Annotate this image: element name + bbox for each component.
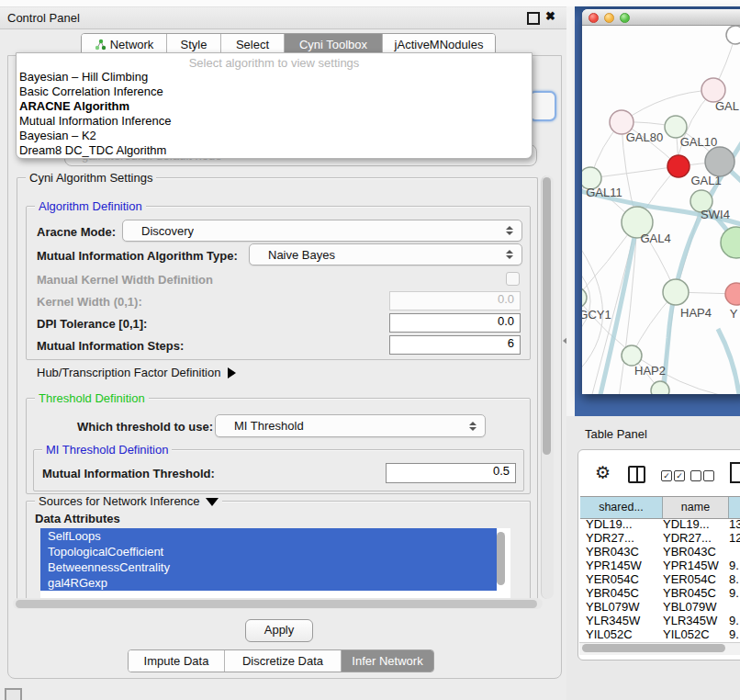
cell: YBR043C <box>580 545 663 559</box>
node-gal1[interactable] <box>667 155 690 177</box>
column-header-third[interactable]: A <box>729 497 740 518</box>
algorithm-option[interactable]: Basic Correlation Inference <box>17 85 532 99</box>
unchecked-box-icon[interactable] <box>690 470 701 481</box>
manual-kernel-checkbox[interactable] <box>506 272 520 286</box>
mac-minimize-icon[interactable] <box>604 13 614 23</box>
list-item[interactable]: SelfLoops <box>40 528 497 544</box>
gear-icon[interactable]: ⚙ <box>595 464 611 481</box>
columns-icon[interactable] <box>628 466 645 483</box>
table-row[interactable]: YDL19...YDL19...13 <box>580 517 740 531</box>
table-row[interactable]: YIL052CYIL052C9. <box>580 627 740 641</box>
sources-title[interactable]: Sources for Network Inference <box>35 494 222 508</box>
checked-box-icon[interactable]: ✓ <box>661 470 672 481</box>
cell: YDR27... <box>580 531 663 545</box>
control-panel-title: Control Panel <box>7 11 80 25</box>
manual-kernel-label: Manual Kernel Width Definition <box>37 273 213 287</box>
node-gcy1[interactable] <box>582 288 587 308</box>
cell: YLR345W <box>580 614 663 627</box>
node-salmon-node[interactable] <box>725 283 740 305</box>
mi-threshold-input[interactable]: 0.5 <box>386 463 516 483</box>
float-window-icon[interactable] <box>527 12 540 25</box>
which-threshold-label: Which threshold to use: <box>77 420 213 434</box>
collapse-down-icon[interactable] <box>206 498 219 506</box>
cell: 12 <box>729 531 740 545</box>
settings-vertical-scrollbar-thumb[interactable] <box>543 177 551 455</box>
column-header-name[interactable]: name <box>663 497 729 518</box>
mi-steps-label: Mutual Information Steps: <box>37 339 184 353</box>
dpi-tolerance-input[interactable]: 0.0 <box>389 313 521 333</box>
network-window-titlebar[interactable] <box>582 9 740 26</box>
algorithm-option[interactable]: Bayesian – K2 <box>17 129 532 143</box>
bottom-tabbar: Impute Data Discretize Data Infer Networ… <box>128 649 434 672</box>
table-row[interactable]: YBR045CYBR045C9. <box>580 586 740 600</box>
tab-impute-data[interactable]: Impute Data <box>129 650 225 672</box>
list-item[interactable]: BetweennessCentrality <box>40 559 497 575</box>
mac-zoom-icon[interactable] <box>620 13 630 23</box>
tab-infer-network[interactable]: Infer Network <box>342 650 433 672</box>
mac-close-icon[interactable] <box>589 13 599 23</box>
list-vertical-scrollbar[interactable] <box>497 532 505 585</box>
node-hap4[interactable] <box>663 279 689 305</box>
table-row[interactable]: YBR043CYBR043C <box>580 545 740 559</box>
network-canvas[interactable]: GALGAL80GAL10GAL1GAL11SWI4GAL4GCY1HAP4YH… <box>582 26 740 394</box>
node-label-gal11: GAL11 <box>586 186 622 199</box>
column-header-shared-name[interactable]: shared... <box>580 497 663 518</box>
which-threshold-value: MI Threshold <box>216 419 304 433</box>
node-hap2[interactable] <box>622 345 642 366</box>
node-label-hap4: HAP4 <box>680 306 712 320</box>
list-item[interactable]: gal4RGexp <box>40 575 497 591</box>
apply-button[interactable]: Apply <box>245 619 313 642</box>
table-row[interactable]: YLR345WYLR345W9. <box>580 614 740 627</box>
data-attributes-list: SelfLoops TopologicalCoefficient Between… <box>40 528 510 598</box>
control-panel-header <box>0 7 566 29</box>
data-attributes-label: Data Attributes <box>35 512 120 525</box>
mi-steps-input[interactable]: 6 <box>389 335 521 355</box>
table-row[interactable]: YBL079WYBL079W <box>580 600 740 614</box>
cell: YER054C <box>580 572 663 586</box>
network-edge[interactable] <box>582 237 603 377</box>
network-edge[interactable] <box>622 90 713 122</box>
network-edge-highlighted[interactable] <box>718 329 740 394</box>
node-top-white[interactable] <box>726 26 740 44</box>
network-edge[interactable] <box>590 166 678 178</box>
close-icon[interactable]: ✖ <box>545 9 555 23</box>
checked-box-icon[interactable]: ✓ <box>674 470 685 481</box>
table-panel-title: Table Panel <box>585 427 647 441</box>
network-window[interactable]: GALGAL80GAL10GAL1GAL11SWI4GAL4GCY1HAP4YH… <box>582 9 740 394</box>
expand-right-icon[interactable] <box>228 367 236 378</box>
node-label-gal10: GAL10 <box>680 135 717 149</box>
mi-type-combo[interactable]: Naive Bayes <box>249 243 522 265</box>
table-row[interactable]: YER054CYER054C8. <box>580 572 740 586</box>
algorithm-option[interactable]: Mutual Information Inference <box>17 114 532 129</box>
list-item[interactable]: TopologicalCoefficient <box>40 544 497 559</box>
cell: YIL052C <box>663 627 729 641</box>
cell: YDL19... <box>663 517 729 531</box>
table-horizontal-scrollbar-thumb[interactable] <box>582 644 725 652</box>
algorithm-combo-partial[interactable] <box>529 91 556 121</box>
which-threshold-combo[interactable]: MI Threshold <box>215 414 486 437</box>
node-bottom-node[interactable] <box>651 381 669 394</box>
aracne-mode-combo[interactable]: Discovery <box>122 220 522 242</box>
kernel-width-input[interactable]: 0.0 <box>389 291 521 310</box>
node-green-right[interactable] <box>721 227 740 258</box>
collapsed-panel-icon[interactable] <box>5 688 22 700</box>
table-row[interactable]: YDR27...YDR27...12 <box>580 531 740 545</box>
network-svg: GALGAL80GAL10GAL1GAL11SWI4GAL4GCY1HAP4YH… <box>582 26 740 394</box>
cell: 9. <box>729 614 740 627</box>
algorithm-option[interactable]: Bayesian – Hill Climbing <box>17 70 532 85</box>
table-row[interactable]: YPR145WYPR145W9. <box>580 559 740 572</box>
table-header-row: shared... name A <box>580 496 740 519</box>
algorithm-option[interactable]: Dream8 DC_TDC Algorithm <box>17 143 532 158</box>
node-gray-node[interactable] <box>705 147 734 176</box>
settings-horizontal-scrollbar-thumb[interactable] <box>16 600 537 608</box>
combo-spinner-icon <box>506 250 513 259</box>
threshold-definition-title: Threshold Definition <box>35 391 149 405</box>
algorithm-option-selected[interactable]: ARACNE Algorithm <box>17 99 532 114</box>
cell: 8. <box>729 572 740 586</box>
node-label-gal80: GAL80 <box>626 130 663 144</box>
hub-definition-expander[interactable]: Hub/Transcription Factor Definition <box>37 366 236 379</box>
tab-discretize-data[interactable]: Discretize Data <box>225 650 342 672</box>
page-icon[interactable] <box>730 462 740 483</box>
cell: YBR045C <box>580 586 663 600</box>
unchecked-box-icon[interactable] <box>703 470 714 481</box>
